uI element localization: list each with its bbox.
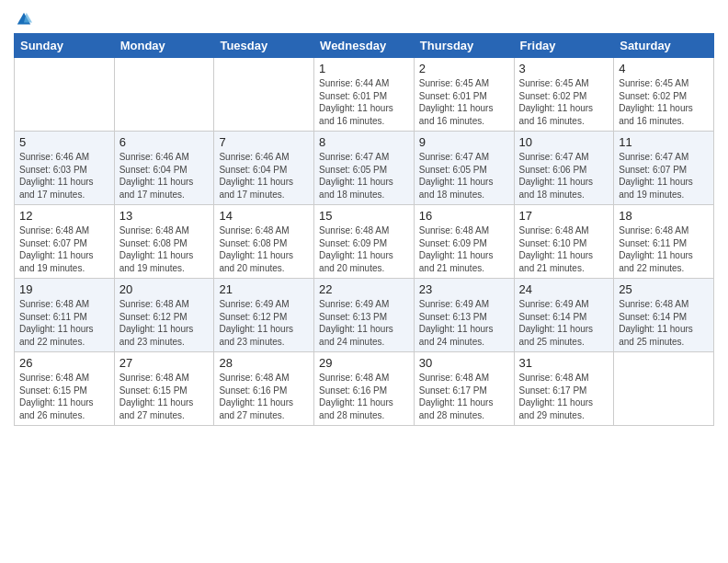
calendar-cell	[214, 58, 314, 132]
page-header	[14, 9, 714, 26]
day-info: Sunrise: 6:47 AMSunset: 6:07 PMDaylight:…	[619, 151, 709, 201]
day-number: 3	[519, 62, 609, 75]
calendar-cell	[114, 58, 214, 132]
day-header-tuesday: Tuesday	[214, 34, 314, 58]
day-header-sunday: Sunday	[15, 34, 115, 58]
calendar-cell: 22Sunrise: 6:49 AMSunset: 6:13 PMDayligh…	[314, 279, 415, 352]
day-number: 10	[519, 135, 609, 149]
calendar-cell: 30Sunrise: 6:48 AMSunset: 6:17 PMDayligh…	[414, 352, 514, 426]
calendar-cell: 2Sunrise: 6:45 AMSunset: 6:01 PMDaylight…	[414, 58, 514, 132]
day-info: Sunrise: 6:48 AMSunset: 6:11 PMDaylight:…	[619, 224, 709, 274]
calendar-cell: 28Sunrise: 6:48 AMSunset: 6:16 PMDayligh…	[214, 352, 314, 426]
day-info: Sunrise: 6:48 AMSunset: 6:15 PMDaylight:…	[19, 372, 109, 421]
day-header-wednesday: Wednesday	[314, 34, 415, 58]
day-number: 13	[119, 209, 210, 223]
calendar-cell: 17Sunrise: 6:48 AMSunset: 6:10 PMDayligh…	[514, 205, 614, 279]
calendar-cell: 23Sunrise: 6:49 AMSunset: 6:13 PMDayligh…	[414, 279, 514, 352]
day-number: 15	[319, 209, 409, 223]
day-info: Sunrise: 6:46 AMSunset: 6:03 PMDaylight:…	[19, 151, 109, 201]
day-info: Sunrise: 6:49 AMSunset: 6:14 PMDaylight:…	[519, 298, 609, 348]
calendar-week-row: 19Sunrise: 6:48 AMSunset: 6:11 PMDayligh…	[15, 279, 714, 352]
calendar-cell: 24Sunrise: 6:49 AMSunset: 6:14 PMDayligh…	[514, 279, 614, 352]
day-number: 26	[19, 356, 109, 370]
day-info: Sunrise: 6:48 AMSunset: 6:09 PMDaylight:…	[419, 224, 509, 274]
calendar-week-row: 26Sunrise: 6:48 AMSunset: 6:15 PMDayligh…	[15, 352, 714, 426]
day-number: 12	[19, 209, 109, 223]
calendar-cell: 18Sunrise: 6:48 AMSunset: 6:11 PMDayligh…	[614, 205, 714, 279]
day-number: 30	[419, 356, 509, 370]
day-number: 1	[319, 62, 409, 75]
day-info: Sunrise: 6:45 AMSunset: 6:02 PMDaylight:…	[619, 77, 709, 127]
day-info: Sunrise: 6:47 AMSunset: 6:05 PMDaylight:…	[419, 151, 509, 201]
calendar-cell: 16Sunrise: 6:48 AMSunset: 6:09 PMDayligh…	[414, 205, 514, 279]
svg-marker-1	[24, 13, 32, 23]
calendar-cell: 7Sunrise: 6:46 AMSunset: 6:04 PMDaylight…	[214, 132, 314, 205]
calendar-week-row: 1Sunrise: 6:44 AMSunset: 6:01 PMDaylight…	[15, 58, 714, 132]
day-info: Sunrise: 6:48 AMSunset: 6:16 PMDaylight:…	[219, 372, 309, 421]
day-number: 28	[219, 356, 309, 370]
day-number: 7	[219, 135, 309, 149]
logo-icon	[16, 11, 32, 28]
calendar-cell	[614, 352, 714, 426]
day-number: 29	[319, 356, 409, 370]
calendar-cell: 25Sunrise: 6:48 AMSunset: 6:14 PMDayligh…	[614, 279, 714, 352]
calendar-cell: 27Sunrise: 6:48 AMSunset: 6:15 PMDayligh…	[114, 352, 214, 426]
day-number: 18	[619, 209, 709, 223]
day-info: Sunrise: 6:49 AMSunset: 6:12 PMDaylight:…	[219, 298, 309, 348]
day-info: Sunrise: 6:44 AMSunset: 6:01 PMDaylight:…	[319, 77, 409, 127]
day-number: 16	[419, 209, 509, 223]
calendar-cell: 8Sunrise: 6:47 AMSunset: 6:05 PMDaylight…	[314, 132, 415, 205]
day-header-monday: Monday	[114, 34, 214, 58]
day-number: 24	[519, 282, 609, 296]
day-number: 9	[419, 135, 509, 149]
day-info: Sunrise: 6:48 AMSunset: 6:08 PMDaylight:…	[119, 224, 210, 274]
day-number: 25	[619, 282, 709, 296]
day-info: Sunrise: 6:48 AMSunset: 6:09 PMDaylight:…	[319, 224, 409, 274]
calendar-table: SundayMondayTuesdayWednesdayThursdayFrid…	[14, 33, 714, 426]
calendar-cell: 11Sunrise: 6:47 AMSunset: 6:07 PMDayligh…	[614, 132, 714, 205]
day-number: 19	[19, 282, 109, 296]
day-info: Sunrise: 6:47 AMSunset: 6:06 PMDaylight:…	[519, 151, 609, 201]
calendar-week-row: 5Sunrise: 6:46 AMSunset: 6:03 PMDaylight…	[15, 132, 714, 205]
day-info: Sunrise: 6:49 AMSunset: 6:13 PMDaylight:…	[419, 298, 509, 348]
day-info: Sunrise: 6:47 AMSunset: 6:05 PMDaylight:…	[319, 151, 409, 201]
calendar-cell: 5Sunrise: 6:46 AMSunset: 6:03 PMDaylight…	[15, 132, 115, 205]
day-number: 6	[119, 135, 210, 149]
calendar-cell: 13Sunrise: 6:48 AMSunset: 6:08 PMDayligh…	[114, 205, 214, 279]
day-number: 27	[119, 356, 210, 370]
day-info: Sunrise: 6:48 AMSunset: 6:16 PMDaylight:…	[319, 372, 409, 421]
calendar-cell: 26Sunrise: 6:48 AMSunset: 6:15 PMDayligh…	[15, 352, 115, 426]
calendar-header-row: SundayMondayTuesdayWednesdayThursdayFrid…	[15, 34, 714, 58]
calendar-cell: 21Sunrise: 6:49 AMSunset: 6:12 PMDayligh…	[214, 279, 314, 352]
day-info: Sunrise: 6:48 AMSunset: 6:12 PMDaylight:…	[119, 298, 210, 348]
calendar-cell: 31Sunrise: 6:48 AMSunset: 6:17 PMDayligh…	[514, 352, 614, 426]
day-number: 8	[319, 135, 409, 149]
calendar-cell: 3Sunrise: 6:45 AMSunset: 6:02 PMDaylight…	[514, 58, 614, 132]
day-number: 17	[519, 209, 609, 223]
logo	[14, 13, 32, 26]
calendar-cell: 20Sunrise: 6:48 AMSunset: 6:12 PMDayligh…	[114, 279, 214, 352]
day-info: Sunrise: 6:49 AMSunset: 6:13 PMDaylight:…	[319, 298, 409, 348]
day-info: Sunrise: 6:48 AMSunset: 6:07 PMDaylight:…	[19, 224, 109, 274]
day-number: 4	[619, 62, 709, 75]
calendar-cell: 9Sunrise: 6:47 AMSunset: 6:05 PMDaylight…	[414, 132, 514, 205]
day-header-thursday: Thursday	[414, 34, 514, 58]
calendar-cell: 6Sunrise: 6:46 AMSunset: 6:04 PMDaylight…	[114, 132, 214, 205]
day-number: 14	[219, 209, 309, 223]
day-number: 21	[219, 282, 309, 296]
calendar-cell: 1Sunrise: 6:44 AMSunset: 6:01 PMDaylight…	[314, 58, 415, 132]
calendar-cell: 12Sunrise: 6:48 AMSunset: 6:07 PMDayligh…	[15, 205, 115, 279]
day-number: 22	[319, 282, 409, 296]
calendar-cell: 4Sunrise: 6:45 AMSunset: 6:02 PMDaylight…	[614, 58, 714, 132]
day-info: Sunrise: 6:48 AMSunset: 6:17 PMDaylight:…	[419, 372, 509, 421]
day-info: Sunrise: 6:48 AMSunset: 6:11 PMDaylight:…	[19, 298, 109, 348]
day-info: Sunrise: 6:48 AMSunset: 6:17 PMDaylight:…	[519, 372, 609, 421]
calendar-cell: 10Sunrise: 6:47 AMSunset: 6:06 PMDayligh…	[514, 132, 614, 205]
calendar-week-row: 12Sunrise: 6:48 AMSunset: 6:07 PMDayligh…	[15, 205, 714, 279]
day-info: Sunrise: 6:48 AMSunset: 6:14 PMDaylight:…	[619, 298, 709, 348]
day-number: 31	[519, 356, 609, 370]
day-number: 5	[19, 135, 109, 149]
day-number: 23	[419, 282, 509, 296]
calendar-cell	[15, 58, 115, 132]
day-info: Sunrise: 6:45 AMSunset: 6:02 PMDaylight:…	[519, 77, 609, 127]
